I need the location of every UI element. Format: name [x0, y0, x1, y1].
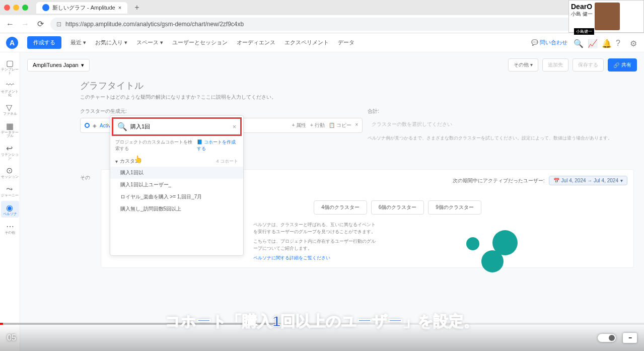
other-menu-button[interactable]: その他 ▾	[508, 58, 538, 72]
new-tab-button[interactable]: +	[134, 3, 139, 12]
dropdown-hint: プロジェクトのカスタムコホートを検索する	[115, 139, 194, 152]
help-link[interactable]: 💬 問い合わせ	[531, 39, 567, 46]
url-text: https://app.amplitude.com/analytics/gsm-…	[65, 21, 244, 28]
url-bar[interactable]: ⊡ https://app.amplitude.com/analytics/gs…	[50, 18, 582, 31]
create-button[interactable]: 作成する	[27, 36, 61, 49]
chevron-down-icon[interactable]: ▾	[115, 159, 118, 164]
window-minimize[interactable]	[13, 5, 19, 11]
notification-icon[interactable]: 🔔	[602, 39, 610, 47]
clear-search-button[interactable]: ×	[233, 123, 236, 130]
overlay-name-tag: 小島健一	[574, 28, 594, 35]
presenter-overlay: DearO 小島 健一 小島健一	[568, 0, 644, 33]
cluster-9-button[interactable]: 9個のクラスター	[428, 200, 481, 215]
cohort-item-2[interactable]: 購入1回以上ユーザー_	[110, 179, 243, 191]
activity-icon[interactable]: 📈	[588, 39, 596, 47]
cohort-count: 4 コホート	[216, 158, 238, 165]
sidebar-session[interactable]: ⊙セッション	[1, 164, 19, 180]
overlay-name: 小島 健一	[571, 11, 593, 18]
sidebar-persona[interactable]: ◉ペルソナ	[1, 201, 19, 218]
captions-button[interactable]: ━	[623, 333, 637, 343]
browser-tab-bar: 新しいグラフ - Amplitude × +	[0, 0, 644, 15]
video-time: 05	[7, 333, 16, 342]
app-logo[interactable]: A	[6, 37, 18, 49]
nav-audience[interactable]: オーディエンス	[237, 39, 275, 46]
total-label: 合計:	[368, 108, 637, 115]
persona-learn-more-link[interactable]: ペルソナに関する詳細をご覧ください	[253, 255, 627, 261]
sidebar-funnel[interactable]: ▽ファネル	[1, 101, 19, 117]
autoplay-toggle[interactable]	[598, 334, 616, 342]
cluster-count-placeholder[interactable]: クラスターの数を選択してください	[368, 118, 637, 131]
forward-button[interactable]: →	[20, 19, 30, 29]
browser-tab[interactable]: 新しいグラフ - Amplitude ×	[36, 2, 127, 14]
back-button[interactable]: ←	[5, 19, 15, 29]
nav-favorites[interactable]: お気に入り ▾	[95, 39, 127, 46]
date-range-picker[interactable]: 📅 Jul 4, 2024 → Jul 4, 2024 ▾	[549, 176, 627, 185]
copy-button[interactable]: 📋 コピー	[329, 122, 351, 129]
page-title[interactable]: グラフタイトル	[80, 80, 637, 92]
nav-space[interactable]: スペース ▾	[136, 39, 163, 46]
sidebar-journey[interactable]: ⤳ジャーニー	[1, 182, 19, 199]
add-attribute-button[interactable]: + 属性	[292, 122, 306, 129]
chart-description-2: こちらでは、プロジェクト内に存在するユーザー行動のグループについてご紹介します。	[253, 238, 379, 252]
window-maximize[interactable]	[22, 5, 28, 11]
section-title: カスタム	[120, 158, 140, 165]
sidebar-datatable[interactable]: ▦データテーブル	[1, 119, 19, 139]
reload-button[interactable]: ⟳	[35, 19, 45, 29]
tab-title: 新しいグラフ - Amplitude	[52, 4, 115, 12]
cluster-source-label: クラスターの生成元:	[80, 108, 363, 115]
nav-recent[interactable]: 最近 ▾	[70, 39, 86, 46]
settings-icon[interactable]: ⚙	[630, 39, 638, 47]
lock-icon: ⊡	[56, 21, 61, 28]
help-text: ペルソナ例が見つかるまで、さまざまな数のクラスターを試してください。設定によって…	[368, 135, 637, 142]
bubble-3	[481, 250, 504, 272]
add-to-button: 追加先	[542, 58, 568, 72]
bubble-2	[466, 237, 479, 250]
help-icon[interactable]: ?	[616, 39, 624, 47]
app-header: A 作成する 最近 ▾ お気に入り ▾ スペース ▾ ユーザーとセッション オー…	[0, 33, 644, 52]
save-button: 保存する	[573, 58, 604, 72]
cohort-item-1[interactable]: 購入1回以	[110, 167, 243, 179]
create-cohort-link[interactable]: 📘 コホートを作成する	[197, 139, 238, 152]
share-button[interactable]: 🔗 共有	[608, 58, 637, 72]
sidebar-template[interactable]: ▢テンプレート	[1, 56, 19, 77]
add-action-button[interactable]: + 行動	[310, 122, 325, 129]
cohort-item-4[interactable]: 購入無し_訪問回数5回以上	[110, 203, 243, 215]
close-segment-button[interactable]: ×	[355, 122, 359, 129]
search-icon[interactable]: 🔍	[574, 39, 582, 47]
nav-experiment[interactable]: エクスペリメント	[284, 39, 329, 46]
window-close[interactable]	[4, 5, 10, 11]
browser-nav-bar: ← → ⟳ ⊡ https://app.amplitude.com/analyt…	[0, 15, 644, 33]
left-sidebar: ▢テンプレート 〰セグメント化 ▽ファネル ▦データテーブル ↩リテンション ⊙…	[0, 52, 20, 351]
other-segments-label: その	[80, 175, 90, 180]
video-controls: 05 ━	[0, 325, 644, 351]
sidebar-segmentation[interactable]: 〰セグメント化	[1, 79, 19, 99]
cohort-search-box[interactable]: 🔍 ×	[112, 117, 242, 136]
chart-description-1: ペルソナは、クラスターと呼ばれる、互いに異なるイベントを実行するユーザーのグルー…	[253, 222, 379, 235]
sidebar-other[interactable]: ⋯その他	[1, 220, 19, 236]
tab-close-icon[interactable]: ×	[118, 5, 121, 11]
page-subtitle[interactable]: このチャートはどのような疑問の解決になりますか？ここに説明を入力してください。	[80, 94, 637, 101]
nav-data[interactable]: データ	[338, 39, 354, 46]
overlay-brand: DearO	[571, 3, 593, 11]
cohort-item-3[interactable]: ロイヤル_楽曲を購入 >= 1,回目_7月	[110, 191, 243, 203]
project-selector[interactable]: AmpliTunes Japan ▾	[27, 59, 90, 72]
cohort-dropdown: 🔍 × プロジェクトのカスタムコホートを検索する 📘 コホートを作成する ▾ カ…	[110, 115, 244, 256]
search-icon: 🔍	[117, 122, 127, 131]
presenter-video	[595, 3, 620, 30]
tab-favicon	[42, 4, 49, 11]
cluster-4-button[interactable]: 4個のクラスター	[314, 200, 367, 215]
segment-bullet-icon	[85, 123, 90, 128]
date-prefix-label: 次の期間中にアクティブだったユーザー:	[453, 177, 545, 184]
cohort-search-input[interactable]	[130, 124, 230, 130]
nav-users-sessions[interactable]: ユーザーとセッション	[172, 39, 228, 46]
sidebar-retention[interactable]: ↩リテンション	[1, 142, 19, 162]
cluster-6-button[interactable]: 6個のクラスター	[371, 200, 424, 215]
